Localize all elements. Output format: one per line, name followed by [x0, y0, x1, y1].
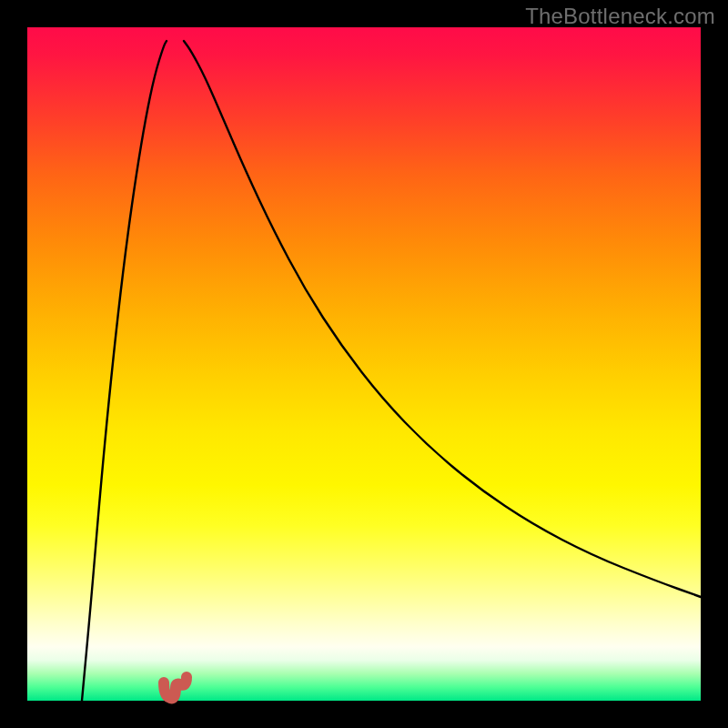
watermark-text: TheBottleneck.com — [525, 4, 715, 29]
chart-frame: TheBottleneck.com — [0, 0, 728, 728]
left-branch-curve — [82, 41, 167, 701]
cusp-marker — [164, 677, 187, 698]
plot-area — [27, 27, 701, 701]
curve-layer — [27, 27, 701, 701]
right-branch-curve — [184, 41, 701, 597]
